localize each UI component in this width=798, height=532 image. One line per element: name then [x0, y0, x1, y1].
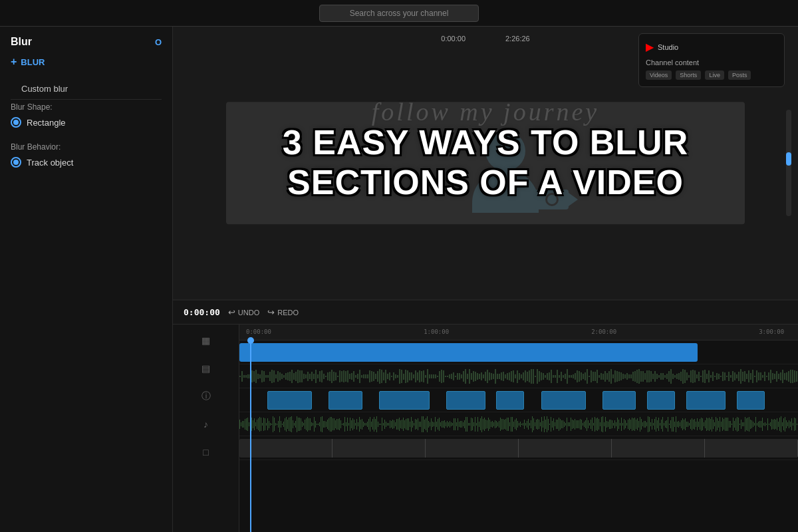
audio-bar	[571, 418, 571, 431]
panel-title: Blur	[11, 36, 32, 48]
audio-bar	[472, 418, 473, 430]
audio-bar	[327, 420, 328, 429]
right-slider[interactable]	[786, 110, 791, 216]
redo-button[interactable]: ↪ REDO	[267, 307, 299, 317]
waveform-bar	[447, 376, 448, 377]
blur-shape-label: Blur Shape:	[11, 102, 162, 112]
waveform-bar	[696, 374, 698, 379]
audio-bar	[758, 422, 759, 427]
audio-bar	[315, 421, 316, 428]
track-object-option[interactable]: Track object	[11, 157, 162, 168]
waveform-bar	[672, 374, 674, 379]
audio-bar	[738, 418, 739, 431]
clip-block-1[interactable]	[267, 391, 312, 410]
audio-bar	[380, 424, 381, 425]
waveform-bar	[772, 373, 773, 380]
waveform-bar	[561, 372, 562, 382]
audio-bar	[577, 420, 578, 429]
rectangle-option[interactable]: Rectangle	[11, 117, 162, 128]
clip-block-9[interactable]	[686, 391, 726, 410]
timeline-ruler: 0:00:00 1:00:00 2:00:00 3:00:00	[239, 325, 798, 340]
track-icon-video[interactable]: ▦	[196, 330, 217, 351]
audio-bar	[790, 422, 791, 427]
waveform-bar	[281, 374, 283, 380]
audio-bar	[793, 423, 793, 426]
audio-bar	[411, 417, 412, 432]
waveform-bar	[251, 370, 253, 382]
track-icon-info[interactable]: ⓘ	[196, 386, 217, 407]
search-bar[interactable]: Search across your channel	[319, 5, 479, 22]
track-object-radio[interactable]	[11, 157, 21, 168]
waveform-bar	[261, 370, 263, 382]
track-icon-video2[interactable]: ▤	[196, 358, 217, 379]
audio-bar	[657, 420, 658, 428]
waveform-bar	[421, 371, 422, 382]
add-blur-button[interactable]: + BLUR	[11, 56, 162, 68]
playhead[interactable]	[250, 340, 251, 532]
waveform-bar	[768, 372, 769, 380]
audio-bar	[706, 418, 707, 431]
rectangle-radio[interactable]	[11, 117, 21, 128]
audio-bar	[644, 421, 644, 427]
audio-bar	[338, 419, 338, 430]
waveform-bar	[658, 375, 660, 378]
audio-bar	[450, 421, 450, 428]
clip-block-4[interactable]	[446, 391, 485, 410]
ruler-mark-2: 2:00:00	[591, 329, 616, 335]
waveform-bar	[313, 374, 315, 378]
track-icon-music[interactable]: ♪	[196, 414, 217, 435]
video-track-bar[interactable]	[239, 343, 698, 362]
clip-block-2[interactable]	[329, 391, 362, 410]
audio-bar	[255, 422, 256, 426]
waveform-bar	[684, 370, 686, 384]
audio-bar	[246, 418, 247, 430]
waveform-bar	[323, 374, 325, 379]
audio-bar	[648, 416, 648, 432]
waveform-bar	[505, 374, 506, 378]
audio-bar	[606, 421, 607, 428]
audio-bar	[528, 419, 529, 430]
waveform-bar	[770, 370, 771, 384]
audio-bar	[463, 422, 464, 426]
waveform-bar	[349, 374, 350, 379]
waveform-bar	[387, 374, 388, 380]
audio-bar	[628, 420, 628, 430]
audio-bar	[301, 418, 301, 430]
audio-bar	[386, 422, 386, 428]
clip-block-8[interactable]	[647, 391, 675, 410]
yt-panel-header: ▶ Studio	[646, 41, 777, 53]
audio-bar	[759, 421, 760, 428]
audio-bar	[602, 416, 603, 432]
clip-block-7[interactable]	[602, 391, 636, 410]
waveform-bar	[499, 374, 500, 378]
waveform-bar	[393, 372, 394, 380]
waveform-bar	[543, 373, 544, 380]
audio-bar	[718, 421, 719, 428]
waveform-bar	[455, 376, 456, 378]
waveform-bar	[247, 374, 249, 378]
audio-bar	[278, 421, 279, 428]
clip-block-10[interactable]	[737, 391, 765, 410]
audio-bar	[654, 419, 655, 430]
track-icon-overlay[interactable]: □	[196, 442, 217, 463]
audio-bar	[271, 424, 272, 425]
waveform-bar	[307, 372, 309, 381]
waveform-bar	[327, 372, 329, 381]
audio-bar	[363, 422, 364, 428]
undo-button[interactable]: ↩ UNDO	[228, 307, 259, 317]
waveform-bar	[610, 369, 612, 383]
waveform-bar	[433, 374, 434, 378]
audio-bar	[475, 417, 475, 432]
clip-block-3[interactable]	[379, 391, 430, 410]
waveform-bar	[353, 371, 354, 382]
clip-block-6[interactable]	[541, 391, 586, 410]
waveform-bar	[443, 370, 444, 382]
audio-bar	[552, 421, 553, 428]
waveform-bar	[718, 374, 720, 379]
audio-bar	[714, 422, 715, 426]
slider-handle[interactable]	[786, 152, 791, 166]
audio-bar	[439, 418, 440, 430]
waveform-bar	[694, 370, 696, 382]
audio-bar	[673, 417, 674, 432]
clip-block-5[interactable]	[496, 391, 524, 410]
